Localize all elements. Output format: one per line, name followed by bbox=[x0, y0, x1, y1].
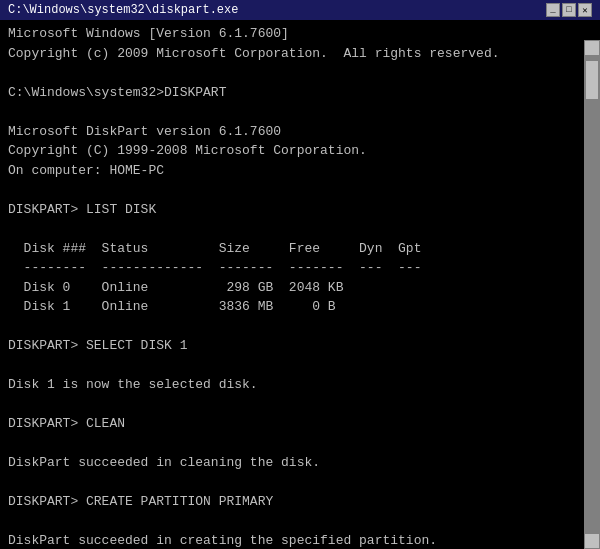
title-bar: C:\Windows\system32\diskpart.exe _ □ ✕ bbox=[0, 0, 600, 20]
terminal-output: Microsoft Windows [Version 6.1.7600] Cop… bbox=[8, 24, 576, 549]
scroll-thumb[interactable] bbox=[585, 60, 599, 100]
title-bar-text: C:\Windows\system32\diskpart.exe bbox=[8, 3, 238, 17]
close-button[interactable]: ✕ bbox=[578, 3, 592, 17]
maximize-button[interactable]: □ bbox=[562, 3, 576, 17]
scrollbar[interactable]: ▲ ▼ bbox=[584, 40, 600, 549]
minimize-button[interactable]: _ bbox=[546, 3, 560, 17]
scroll-up-button[interactable]: ▲ bbox=[584, 40, 600, 56]
terminal-content: Microsoft Windows [Version 6.1.7600] Cop… bbox=[0, 20, 600, 549]
terminal-window: C:\Windows\system32\diskpart.exe _ □ ✕ M… bbox=[0, 0, 600, 549]
scroll-down-button[interactable]: ▼ bbox=[584, 533, 600, 549]
title-bar-buttons: _ □ ✕ bbox=[546, 3, 592, 17]
